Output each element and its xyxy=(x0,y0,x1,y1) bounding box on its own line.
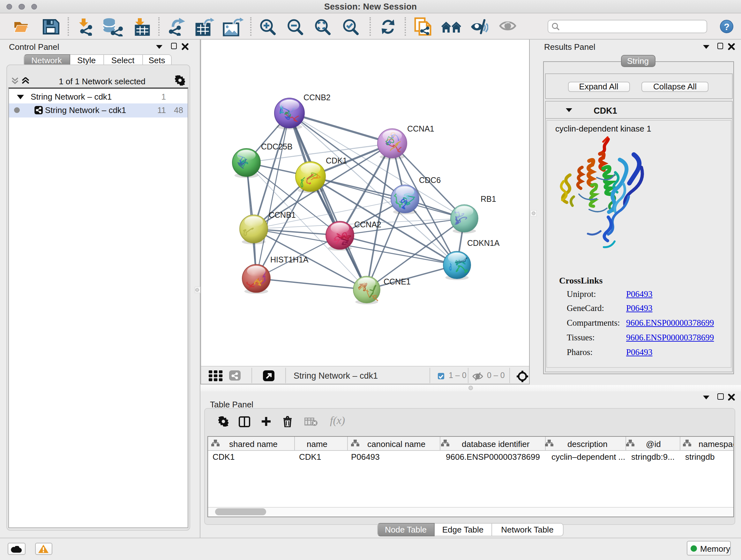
svg-text:CDKN1A: CDKN1A xyxy=(467,239,499,247)
svg-text:CCNB2: CCNB2 xyxy=(303,93,330,102)
svg-text:CDC25B: CDC25B xyxy=(261,142,292,151)
svg-text:CCNA1: CCNA1 xyxy=(407,124,434,133)
svg-text:CCNB1: CCNB1 xyxy=(268,210,295,219)
svg-text:RB1: RB1 xyxy=(480,194,496,203)
svg-text:HIST1H1A: HIST1H1A xyxy=(270,255,308,264)
svg-text:CDC6: CDC6 xyxy=(419,176,441,185)
svg-text:CCNE1: CCNE1 xyxy=(383,277,410,286)
svg-text:CCNA2: CCNA2 xyxy=(354,220,381,229)
svg-text:CDK1: CDK1 xyxy=(326,156,347,165)
